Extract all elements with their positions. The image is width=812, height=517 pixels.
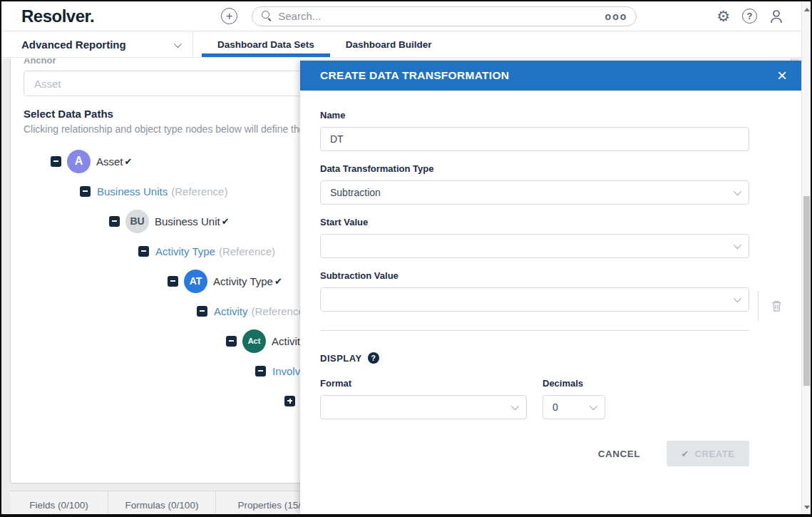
workspace-selector[interactable]: Advanced Reporting xyxy=(1,32,193,57)
selected-check-icon: ✔ xyxy=(274,276,282,287)
top-bar: Resolver. + Search... ooo ⚙ ? xyxy=(1,1,801,31)
object-type-label: Activity Type xyxy=(213,275,273,287)
transformation-type-value: Subtraction xyxy=(330,187,734,198)
close-icon[interactable]: × xyxy=(777,67,787,84)
plus-icon: + xyxy=(226,10,233,22)
decimals-column: Decimals 0 xyxy=(543,378,605,419)
relationship-label: Activity Type xyxy=(155,245,215,257)
decimals-select[interactable]: 0 xyxy=(543,395,605,419)
quick-add-button[interactable]: + xyxy=(221,8,237,24)
transformation-type-label: Data Transformation Type xyxy=(320,163,749,174)
format-select[interactable] xyxy=(320,395,527,419)
delete-zone xyxy=(758,294,783,318)
format-column: Format xyxy=(320,378,527,419)
bottom-tab[interactable]: Formulas (0/100) xyxy=(108,491,216,514)
decimals-label: Decimals xyxy=(543,378,605,389)
object-type-label: Business Unit xyxy=(155,215,220,227)
object-type-label: Asset xyxy=(96,155,123,168)
settings-button[interactable]: ⚙ xyxy=(716,9,730,24)
modal-body: Name Data Transformation Type Subtractio… xyxy=(300,110,801,466)
collapse-icon[interactable] xyxy=(80,186,91,197)
create-button[interactable]: ✔ CREATE xyxy=(667,441,749,466)
content-area: Anchor Select Data Paths Clicking relati… xyxy=(1,58,801,514)
reference-suffix: (Reference) xyxy=(219,245,275,257)
chevron-down-icon xyxy=(590,402,597,410)
expand-icon[interactable] xyxy=(284,396,295,406)
nav-bar: Advanced Reporting Dashboard Data SetsDa… xyxy=(1,32,801,58)
format-value xyxy=(330,407,511,408)
subtraction-value-label: Subtraction Value xyxy=(320,270,749,281)
vertical-scrollbar[interactable] xyxy=(801,1,811,514)
tab-dashboard-data-sets[interactable]: Dashboard Data Sets xyxy=(202,32,330,57)
search-icon xyxy=(262,11,272,21)
search-overflow-icon[interactable]: ooo xyxy=(605,11,628,22)
collapse-icon[interactable] xyxy=(109,216,120,227)
relationship-label: Activity xyxy=(214,305,248,317)
delete-transformation-button[interactable] xyxy=(771,300,783,312)
modal-actions: CANCEL ✔ CREATE xyxy=(320,441,749,466)
resolver-logo: Resolver. xyxy=(21,6,94,26)
selected-check-icon: ✔ xyxy=(222,216,230,227)
object-type-avatar[interactable]: A xyxy=(67,150,91,173)
user-icon xyxy=(769,9,784,24)
display-title: DISPLAY xyxy=(320,353,362,364)
scroll-up-icon[interactable] xyxy=(804,8,810,11)
gear-icon: ⚙ xyxy=(716,8,730,24)
start-value-label: Start Value xyxy=(320,217,749,227)
start-value-value xyxy=(330,246,734,247)
chevron-down-icon xyxy=(734,188,741,195)
app-window: Resolver. + Search... ooo ⚙ ? Advanced R… xyxy=(0,0,812,517)
collapse-icon[interactable] xyxy=(51,156,61,167)
subtraction-value-select[interactable] xyxy=(320,287,749,312)
decimals-value: 0 xyxy=(553,401,590,413)
vertical-divider xyxy=(758,291,759,321)
start-value-select[interactable] xyxy=(320,234,749,258)
chevron-down-icon xyxy=(734,241,741,249)
create-data-transformation-modal: CREATE DATA TRANSFORMATION × Name Data T… xyxy=(300,61,801,514)
object-type-avatar[interactable]: AT xyxy=(184,270,207,293)
scroll-down-icon[interactable] xyxy=(804,506,810,509)
user-menu-button[interactable] xyxy=(769,9,784,24)
format-label: Format xyxy=(320,378,527,389)
search-input[interactable]: Search... ooo xyxy=(252,6,637,26)
scrollbar-thumb[interactable] xyxy=(803,196,810,386)
reference-suffix: (Reference) xyxy=(171,185,227,198)
help-icon: ? xyxy=(747,11,753,21)
display-help-icon[interactable]: ? xyxy=(368,352,379,364)
collapse-icon[interactable] xyxy=(138,246,149,257)
section-divider xyxy=(320,330,749,331)
chevron-down-icon xyxy=(174,39,182,47)
collapse-icon[interactable] xyxy=(197,306,207,317)
format-decimals-row: Format Decimals 0 xyxy=(320,378,749,419)
collapse-icon[interactable] xyxy=(226,336,237,347)
modal-title: CREATE DATA TRANSFORMATION xyxy=(320,69,509,82)
subtraction-value-value xyxy=(330,300,734,300)
tab-dashboard-builder[interactable]: Dashboard Builder xyxy=(330,32,448,57)
collapse-icon[interactable] xyxy=(168,276,178,287)
object-type-avatar[interactable]: BU xyxy=(125,210,149,233)
check-icon: ✔ xyxy=(682,449,689,459)
search-placeholder: Search... xyxy=(278,10,605,22)
reference-suffix: (Reference) xyxy=(252,305,308,317)
selected-check-icon: ✔ xyxy=(125,156,133,167)
nav-tabs: Dashboard Data SetsDashboard Builder xyxy=(202,32,448,57)
trash-icon xyxy=(771,300,783,312)
help-button[interactable]: ? xyxy=(742,9,757,24)
chevron-down-icon xyxy=(511,402,519,410)
cancel-button[interactable]: CANCEL xyxy=(598,449,640,459)
modal-header: CREATE DATA TRANSFORMATION × xyxy=(300,61,801,91)
bottom-tab[interactable]: Fields (0/100) xyxy=(10,491,108,514)
workspace-label: Advanced Reporting xyxy=(21,39,126,51)
object-type-avatar[interactable]: Act xyxy=(242,329,266,353)
display-section-header: DISPLAY ? xyxy=(320,352,749,364)
name-label: Name xyxy=(320,110,749,121)
transformation-type-select[interactable]: Subtraction xyxy=(320,180,749,205)
name-field[interactable] xyxy=(320,127,749,151)
collapse-icon[interactable] xyxy=(255,366,266,377)
create-button-label: CREATE xyxy=(694,449,734,459)
subtraction-value-row xyxy=(320,287,749,312)
relationship-label: Business Units xyxy=(97,185,168,198)
chevron-down-icon xyxy=(734,295,741,302)
